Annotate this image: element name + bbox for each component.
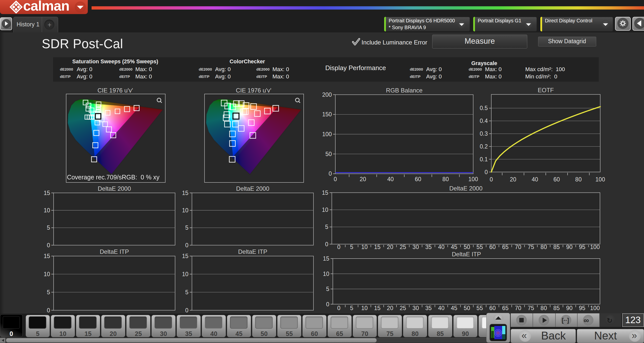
svg-text:30: 30 (413, 305, 419, 311)
svg-text:45: 45 (451, 305, 457, 311)
svg-text:15: 15 (182, 190, 188, 196)
svg-text:5: 5 (325, 224, 328, 230)
svg-text:85: 85 (553, 305, 560, 311)
svg-text:10: 10 (361, 305, 368, 311)
svg-text:DeltaE ITP: DeltaE ITP (238, 249, 267, 255)
svg-text:0: 0 (337, 244, 341, 250)
svg-text:0: 0 (485, 169, 488, 175)
svg-text:10: 10 (361, 244, 368, 250)
svg-text:40: 40 (438, 305, 445, 311)
svg-text:55: 55 (476, 305, 483, 311)
svg-text:5: 5 (47, 289, 50, 296)
svg-text:5: 5 (47, 224, 50, 231)
svg-text:60: 60 (489, 305, 496, 311)
svg-text:EOTF: EOTF (538, 87, 554, 93)
svg-text:80: 80 (442, 176, 449, 182)
svg-text:DeltaE ITP: DeltaE ITP (100, 249, 129, 255)
svg-text:DeltaE 2000: DeltaE 2000 (236, 186, 269, 192)
svg-text:45: 45 (451, 244, 457, 250)
svg-text:55: 55 (476, 244, 483, 250)
svg-text:0: 0 (326, 301, 329, 308)
svg-text:10: 10 (322, 207, 328, 213)
svg-text:0: 0 (185, 242, 188, 249)
svg-text:40: 40 (387, 176, 394, 182)
svg-text:40: 40 (438, 244, 445, 250)
svg-text:0.2: 0.2 (480, 143, 488, 150)
svg-text:5: 5 (350, 305, 353, 311)
svg-text:150: 150 (322, 111, 332, 118)
svg-text:0: 0 (47, 242, 50, 249)
svg-text:35: 35 (425, 305, 432, 311)
svg-text:95: 95 (579, 244, 585, 250)
svg-text:60: 60 (489, 244, 496, 250)
svg-text:85: 85 (553, 244, 560, 250)
svg-text:0.1: 0.1 (480, 156, 488, 163)
svg-text:40: 40 (532, 176, 538, 183)
svg-text:75: 75 (528, 305, 534, 311)
svg-text:0: 0 (337, 305, 341, 311)
svg-text:DeltaE 2000: DeltaE 2000 (449, 186, 482, 192)
svg-text:5: 5 (185, 289, 188, 296)
svg-text:35: 35 (425, 244, 432, 250)
svg-text:10: 10 (323, 271, 329, 277)
svg-text:15: 15 (44, 190, 50, 196)
svg-text:90: 90 (566, 244, 573, 250)
svg-text:0: 0 (185, 307, 188, 314)
svg-text:15: 15 (182, 253, 188, 259)
svg-text:50: 50 (325, 151, 332, 157)
svg-text:0: 0 (325, 241, 328, 248)
svg-text:5: 5 (326, 286, 329, 292)
svg-text:0: 0 (47, 307, 50, 314)
svg-text:0.3: 0.3 (480, 130, 488, 137)
svg-text:15: 15 (44, 253, 50, 259)
svg-text:10: 10 (44, 207, 50, 214)
svg-text:30: 30 (413, 244, 419, 250)
svg-text:200: 200 (322, 91, 332, 98)
svg-text:0: 0 (490, 176, 493, 183)
svg-text:25: 25 (400, 305, 406, 311)
svg-text:100: 100 (590, 244, 600, 250)
svg-text:15: 15 (374, 305, 381, 311)
svg-text:70: 70 (515, 305, 521, 311)
svg-text:5: 5 (185, 224, 188, 231)
svg-text:90: 90 (566, 305, 573, 311)
svg-text:70: 70 (515, 244, 521, 250)
svg-text:80: 80 (541, 305, 547, 311)
svg-text:100: 100 (595, 176, 605, 183)
svg-text:15: 15 (323, 255, 329, 262)
svg-text:10: 10 (182, 207, 188, 214)
svg-text:DeltaE ITP: DeltaE ITP (452, 251, 481, 258)
svg-text:20: 20 (360, 176, 366, 182)
svg-text:10: 10 (44, 271, 50, 277)
svg-text:65: 65 (502, 305, 509, 311)
svg-text:0.5: 0.5 (480, 105, 488, 111)
svg-text:65: 65 (502, 244, 509, 250)
svg-text:100: 100 (590, 305, 600, 311)
svg-text:15: 15 (322, 189, 328, 196)
svg-text:0: 0 (329, 170, 332, 177)
svg-text:100: 100 (322, 131, 332, 137)
svg-text:75: 75 (528, 244, 534, 250)
svg-text:60: 60 (553, 176, 560, 183)
svg-text:60: 60 (415, 176, 421, 182)
svg-text:20: 20 (387, 244, 393, 250)
svg-text:15: 15 (374, 244, 381, 250)
svg-text:50: 50 (464, 305, 470, 311)
svg-text:25: 25 (400, 244, 406, 250)
svg-text:50: 50 (464, 244, 470, 250)
svg-text:80: 80 (541, 244, 547, 250)
svg-text:80: 80 (575, 176, 582, 183)
svg-text:DeltaE 2000: DeltaE 2000 (98, 186, 131, 192)
svg-text:20: 20 (387, 305, 393, 311)
svg-text:10: 10 (182, 271, 188, 277)
svg-text:5: 5 (350, 244, 353, 250)
svg-text:95: 95 (579, 305, 585, 311)
svg-text:20: 20 (510, 176, 516, 183)
svg-text:0: 0 (334, 176, 337, 182)
svg-text:RGB Balance: RGB Balance (386, 87, 422, 94)
svg-text:0.4: 0.4 (480, 118, 488, 124)
